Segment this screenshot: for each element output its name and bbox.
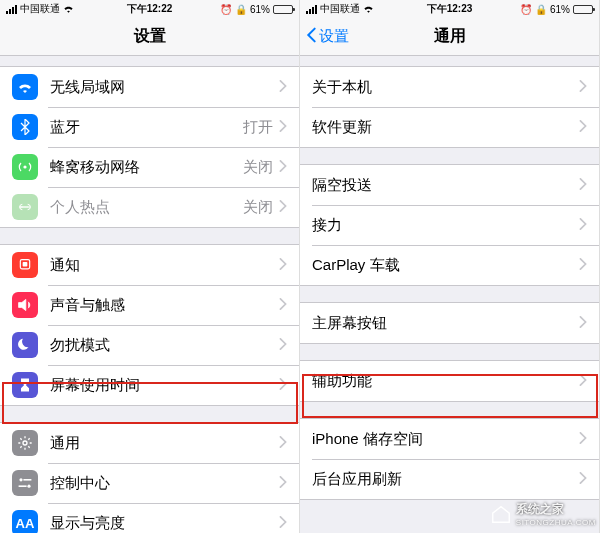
carrier-label: 中国联通 <box>20 2 60 16</box>
navbar: 设置 通用 <box>300 18 599 56</box>
settings-list[interactable]: 无线局域网蓝牙打开蜂窝移动网络关闭个人热点关闭 通知声音与触感勿扰模式屏幕使用时… <box>0 56 299 533</box>
row-home-button[interactable]: 主屏幕按钮 <box>300 303 599 343</box>
status-time: 下午12:23 <box>427 2 473 16</box>
chevron-right-icon <box>279 376 287 394</box>
row-label: CarPlay 车载 <box>312 256 579 275</box>
battery-percent: 61% <box>550 4 570 15</box>
row-label: 通用 <box>50 434 279 453</box>
row-background-refresh[interactable]: 后台应用刷新 <box>300 459 599 499</box>
hotspot-icon <box>12 194 38 220</box>
row-label: 屏幕使用时间 <box>50 376 279 395</box>
chevron-right-icon <box>579 314 587 332</box>
row-label: 控制中心 <box>50 474 279 493</box>
general-icon <box>12 430 38 456</box>
chevron-left-icon <box>306 27 317 46</box>
chevron-right-icon <box>579 372 587 390</box>
notifications-icon <box>12 252 38 278</box>
status-bar: 中国联通 下午12:23 ⏰ 🔒 61% <box>300 0 599 18</box>
chevron-right-icon <box>279 514 287 532</box>
group-general: 通用控制中心AA显示与亮度墙纸 <box>0 422 299 533</box>
row-general[interactable]: 通用 <box>0 423 299 463</box>
row-sounds[interactable]: 声音与触感 <box>0 285 299 325</box>
chevron-right-icon <box>279 198 287 216</box>
row-accessibility[interactable]: 辅助功能 <box>300 361 599 401</box>
watermark-text: 系统之家 <box>516 501 596 518</box>
alarm-icon: ⏰ <box>520 4 532 15</box>
row-label: 接力 <box>312 216 579 235</box>
row-label: 个人热点 <box>50 198 243 217</box>
sounds-icon <box>12 292 38 318</box>
row-label: 声音与触感 <box>50 296 279 315</box>
chevron-right-icon <box>579 216 587 234</box>
group-continuity: 隔空投送接力CarPlay 车载 <box>300 164 599 286</box>
row-screentime[interactable]: 屏幕使用时间 <box>0 365 299 405</box>
row-notifications[interactable]: 通知 <box>0 245 299 285</box>
chevron-right-icon <box>579 118 587 136</box>
svg-rect-8 <box>19 485 27 487</box>
chevron-right-icon <box>279 336 287 354</box>
back-button[interactable]: 设置 <box>306 27 349 46</box>
row-label: 蓝牙 <box>50 118 243 137</box>
row-bluetooth[interactable]: 蓝牙打开 <box>0 107 299 147</box>
status-time: 下午12:22 <box>127 2 173 16</box>
row-display[interactable]: AA显示与亮度 <box>0 503 299 533</box>
row-about[interactable]: 关于本机 <box>300 67 599 107</box>
row-wifi[interactable]: 无线局域网 <box>0 67 299 107</box>
row-software-update[interactable]: 软件更新 <box>300 107 599 147</box>
signal-icon <box>6 5 17 14</box>
row-label: 勿扰模式 <box>50 336 279 355</box>
back-label: 设置 <box>319 27 349 46</box>
group-notifications: 通知声音与触感勿扰模式屏幕使用时间 <box>0 244 299 406</box>
row-iphone-storage[interactable]: iPhone 储存空间 <box>300 419 599 459</box>
alarm-icon: ⏰ <box>220 4 232 15</box>
group-home: 主屏幕按钮 <box>300 302 599 344</box>
watermark: 系统之家 SITONGZHUA.COM <box>490 501 596 527</box>
group-about: 关于本机软件更新 <box>300 66 599 148</box>
signal-icon <box>306 5 317 14</box>
navbar: 设置 <box>0 18 299 56</box>
row-label: 后台应用刷新 <box>312 470 579 489</box>
cellular-icon <box>12 154 38 180</box>
svg-point-7 <box>27 485 30 488</box>
row-label: 辅助功能 <box>312 372 579 391</box>
chevron-right-icon <box>279 296 287 314</box>
wifi-icon <box>12 74 38 100</box>
row-label: 软件更新 <box>312 118 579 137</box>
row-label: 通知 <box>50 256 279 275</box>
battery-percent: 61% <box>250 4 270 15</box>
rotation-lock-icon: 🔒 <box>235 4 247 15</box>
rotation-lock-icon: 🔒 <box>535 4 547 15</box>
chevron-right-icon <box>579 256 587 274</box>
row-label: 蜂窝移动网络 <box>50 158 243 177</box>
row-hotspot[interactable]: 个人热点关闭 <box>0 187 299 227</box>
row-airdrop[interactable]: 隔空投送 <box>300 165 599 205</box>
group-connectivity: 无线局域网蓝牙打开蜂窝移动网络关闭个人热点关闭 <box>0 66 299 228</box>
bluetooth-icon <box>12 114 38 140</box>
svg-rect-1 <box>22 206 29 207</box>
group-accessibility: 辅助功能 <box>300 360 599 402</box>
watermark-url: SITONGZHUA.COM <box>516 518 596 527</box>
svg-point-0 <box>23 165 26 168</box>
chevron-right-icon <box>579 470 587 488</box>
screentime-icon <box>12 372 38 398</box>
row-handoff[interactable]: 接力 <box>300 205 599 245</box>
chevron-right-icon <box>579 430 587 448</box>
carrier-label: 中国联通 <box>320 2 360 16</box>
group-storage: iPhone 储存空间后台应用刷新 <box>300 418 599 500</box>
row-label: 主屏幕按钮 <box>312 314 579 333</box>
chevron-right-icon <box>279 434 287 452</box>
row-dnd[interactable]: 勿扰模式 <box>0 325 299 365</box>
display-icon: AA <box>12 510 38 533</box>
chevron-right-icon <box>579 176 587 194</box>
row-cellular[interactable]: 蜂窝移动网络关闭 <box>0 147 299 187</box>
chevron-right-icon <box>279 474 287 492</box>
row-label: 隔空投送 <box>312 176 579 195</box>
row-carplay[interactable]: CarPlay 车载 <box>300 245 599 285</box>
wifi-status-icon <box>63 4 74 15</box>
svg-point-4 <box>23 441 27 445</box>
row-controlcenter[interactable]: 控制中心 <box>0 463 299 503</box>
general-list[interactable]: 关于本机软件更新 隔空投送接力CarPlay 车载 主屏幕按钮 辅助功能 iPh… <box>300 56 599 533</box>
chevron-right-icon <box>279 256 287 274</box>
row-label: 无线局域网 <box>50 78 279 97</box>
battery-icon <box>273 5 293 14</box>
